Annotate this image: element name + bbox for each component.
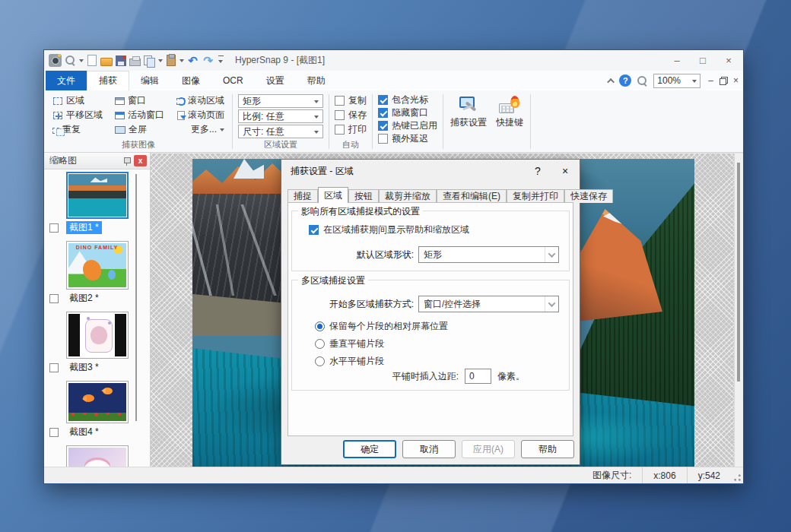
region-size-combo[interactable]: 尺寸: 任意 [238,125,323,138]
dialog-tab-quick-save[interactable]: 快速保存 [564,189,613,203]
auto-group: 复制 保存 打印 自动 [332,93,370,152]
multi-region-groupbox: 多区域捕捉设置 开始多区域捕获方式: 窗口/控件选择 [291,280,570,391]
help-icon[interactable]: ? [619,74,631,87]
thumbnail-label[interactable]: 截图1 * [66,221,102,234]
dialog-tab-copy-print[interactable]: 复制并打印 [507,189,564,203]
copy-icon[interactable] [143,54,156,67]
thumbnail-image-4[interactable] [66,381,129,423]
extra-delay-checkbox[interactable]: 额外延迟 [378,132,437,145]
tile-horizontally-radio[interactable]: 水平平铺片段 [315,355,448,368]
capture-active-window-button[interactable]: 活动窗口 [113,108,167,122]
collapse-ribbon-icon[interactable] [607,78,615,85]
dialog-tab-crop-scale[interactable]: 裁剪并缩放 [379,189,437,203]
region-shape-combo[interactable]: 矩形 [238,94,323,108]
thumbnail-checkbox[interactable] [49,294,59,303]
auto-copy-checkbox[interactable]: 复制 [335,93,367,108]
capture-pan-region-button[interactable]: 平移区域 [50,108,105,122]
dialog-tab-region[interactable]: 区域 [318,187,348,203]
hotkeys-button[interactable]: 快捷键 [491,93,528,152]
capture-region-button[interactable]: 区域 [50,93,105,108]
pan-region-icon [53,112,62,119]
capture-settings-button[interactable]: 捕获设置 [446,93,491,152]
redo-icon[interactable]: ↷ [202,54,214,67]
customize-qat-icon[interactable] [217,55,224,65]
capture-window-button[interactable]: 窗口 [113,93,167,108]
tab-file[interactable]: 文件 [46,71,87,90]
zoom-tool-icon[interactable] [64,54,77,67]
thumbnail-checkbox[interactable] [49,223,59,233]
multi-region-method-value: 窗口/控件选择 [424,298,481,311]
thumbnail-list: 截图1 * DINO FAMILY 截图2 * [44,169,150,467]
tile-margin-input[interactable]: 0 [465,369,491,384]
sidebar-scrollbar[interactable] [135,174,137,421]
undo-icon[interactable]: ↶ [186,54,199,67]
panel-close-icon[interactable]: x [134,155,147,166]
resize-grip[interactable] [731,467,743,483]
tab-image[interactable]: 图像 [170,71,211,90]
capture-repeat-button[interactable]: 重复 [50,122,105,137]
tab-capture[interactable]: 捕获 [87,71,129,90]
save-icon[interactable] [116,55,126,66]
ok-button[interactable]: 确定 [343,440,396,458]
tab-ocr[interactable]: OCR [211,71,255,90]
hide-window-checkbox[interactable]: 隐藏窗口 [378,106,437,119]
capture-scroll-region-button[interactable]: 滚动区域 [174,93,227,108]
paste-icon[interactable] [167,55,176,66]
tab-help[interactable]: 帮助 [296,71,337,90]
mdi-minimize-button[interactable]: – [708,75,713,86]
close-button[interactable]: × [717,52,740,69]
active-window-icon [115,112,125,119]
dialog-tab-view-edit[interactable]: 查看和编辑(E) [437,189,507,203]
open-folder-icon[interactable] [100,58,113,66]
thumbnail-label[interactable]: 截图3 * [66,361,102,374]
tile-vertically-radio[interactable]: 垂直平铺片段 [315,337,448,350]
thumbnail-checkbox[interactable] [49,428,59,437]
print-icon[interactable] [129,59,141,66]
thumbnail-image-5[interactable] [66,445,129,467]
mdi-close-button[interactable]: × [733,75,739,86]
pin-icon[interactable] [123,157,130,166]
scrollbar-thumb[interactable] [737,163,740,382]
tab-row-right-controls: ? 100% – × [609,71,742,90]
thumbnail-label[interactable]: 截图4 * [66,426,102,439]
dialog-tab-capture[interactable]: 捕捉 [287,189,318,203]
paste-caret-icon[interactable] [179,59,184,65]
groupbox-legend: 多区域捕捉设置 [298,274,368,287]
thumbnail-checkbox[interactable] [49,363,59,372]
help-button[interactable]: 帮助 [521,440,574,458]
show-help-zoom-checkbox[interactable]: 在区域捕获期间显示帮助和缩放区域 [309,223,469,236]
zoom-tool-caret-icon[interactable] [79,59,84,65]
region-ratio-combo[interactable]: 比例: 任意 [238,109,323,123]
multi-region-method-combo[interactable]: 窗口/控件选择 [418,296,559,312]
include-cursor-checkbox[interactable]: 包含光标 [378,93,437,106]
dialog-tab-buttons[interactable]: 按钮 [348,189,379,203]
new-document-icon[interactable] [87,55,97,66]
dialog-close-button[interactable]: × [558,165,572,177]
thumbnail-image-1[interactable] [66,172,129,219]
thumbnail-image-3[interactable] [66,312,129,359]
thumbnail-image-2[interactable]: DINO FAMILY [66,241,129,290]
auto-print-checkbox[interactable]: 打印 [335,122,367,137]
zoom-level-combo[interactable]: 100% [653,74,700,88]
default-shape-combo[interactable]: 矩形 [418,246,559,263]
canvas-vertical-scrollbar[interactable] [734,154,743,467]
maximize-button[interactable]: □ [691,52,714,69]
mdi-restore-button[interactable] [720,77,727,84]
checkbox-icon [335,96,345,106]
thumbnail-label[interactable]: 截图2 * [66,292,102,305]
cancel-button[interactable]: 取消 [402,440,456,458]
copy-caret-icon[interactable] [158,59,163,65]
capture-fullscreen-button[interactable]: 全屏 [113,122,167,137]
keep-relative-position-radio[interactable]: 保留每个片段的相对屏幕位置 [315,320,448,333]
checkbox-icon [378,134,388,144]
minimize-button[interactable]: – [666,52,688,69]
capture-more-button[interactable]: 更多... [174,122,227,137]
dialog-help-button[interactable]: ? [531,165,545,177]
tab-settings[interactable]: 设置 [255,71,296,90]
tab-edit[interactable]: 编辑 [129,71,170,90]
view-zoom-icon[interactable] [636,74,649,87]
hotkeys-enabled-checkbox[interactable]: 热键已启用 [378,119,437,132]
capture-scroll-page-button[interactable]: 滚动页面 [174,108,227,122]
auto-save-checkbox[interactable]: 保存 [335,108,367,122]
ribbon-separator [443,94,443,149]
